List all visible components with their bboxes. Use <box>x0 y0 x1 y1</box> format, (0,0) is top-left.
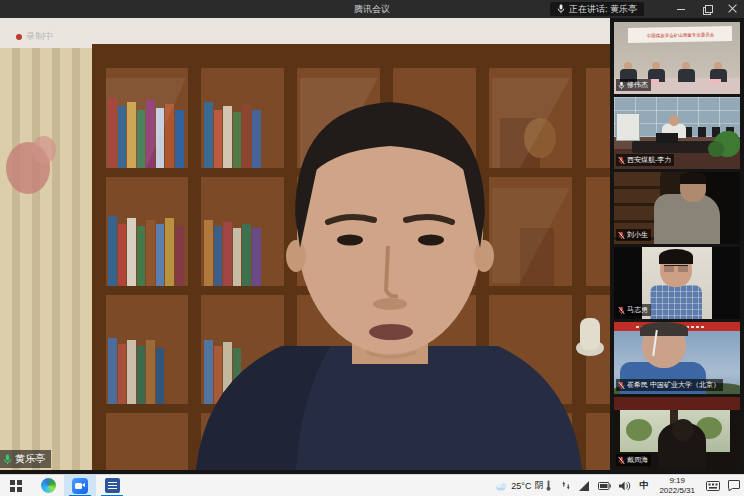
tray-time: 9:19 <box>669 476 685 485</box>
participant-video-4[interactable]: 马志勇 <box>614 247 740 319</box>
tray-date: 2022/5/31 <box>659 486 695 495</box>
participant-name-pill: 西安煤航-李力 <box>616 154 674 166</box>
weather-cloud-icon <box>495 481 508 491</box>
participant-video-1[interactable]: 中国煤炭学会矿山测量专业委员会 修伟杰 <box>614 22 740 94</box>
edge-icon <box>41 478 56 493</box>
attendee-shirt <box>650 285 702 319</box>
plant <box>708 141 724 157</box>
attendee <box>654 194 720 244</box>
thermometer-icon <box>546 480 551 491</box>
whiteboard <box>616 113 640 141</box>
taskbar-app-word[interactable] <box>96 475 128 496</box>
speaker-name-label: 黄乐亭 <box>0 450 51 468</box>
updown-arrows-icon[interactable] <box>561 480 571 491</box>
mic-muted-icon <box>618 456 625 465</box>
taskbar-app-edge[interactable] <box>32 475 64 496</box>
attendee-hair <box>680 172 706 184</box>
speaking-text: 正在讲话: 黄乐亭 <box>569 3 637 16</box>
mic-muted-icon <box>618 381 625 390</box>
weather-widget[interactable]: 25°C 阴 <box>493 479 553 492</box>
tree <box>626 419 652 441</box>
participant-video-5[interactable]: 崔希民 中国矿业大学（北京） <box>614 322 740 394</box>
mic-icon <box>618 81 625 90</box>
battery-icon[interactable] <box>598 482 611 490</box>
tencent-meeting-icon <box>72 478 88 494</box>
start-button[interactable] <box>0 475 32 496</box>
glasses <box>664 265 688 272</box>
minimize-button[interactable] <box>676 4 686 14</box>
weather-temp: 25°C <box>511 481 531 491</box>
network-signal-icon[interactable] <box>579 481 590 491</box>
room-banner: 中国煤炭学会矿山测量专业委员会 <box>628 26 732 43</box>
participant-name-pill: 戴周海 <box>616 454 651 466</box>
participant-video-2[interactable]: 西安煤航-李力 <box>614 97 740 169</box>
participant-video-6[interactable]: 戴周海 <box>614 397 740 469</box>
attendee-head <box>672 419 694 441</box>
curtain <box>0 48 100 470</box>
action-center-icon[interactable] <box>728 480 740 491</box>
weather-condition: 阴 <box>534 479 543 492</box>
participant-name-pill: 修伟杰 <box>616 79 651 91</box>
titlebar: 腾讯会议 正在讲话: 黄乐亭 <box>0 0 744 18</box>
windows-taskbar: 25°C 阴 中 9:19 2022/ <box>0 474 744 496</box>
attendee-hair <box>659 249 693 264</box>
mic-active-icon <box>3 454 12 465</box>
close-button[interactable] <box>728 4 738 14</box>
volume-icon[interactable] <box>619 481 631 491</box>
taskbar-app-tencent-meeting[interactable] <box>64 475 96 496</box>
speaking-indicator: 正在讲话: 黄乐亭 <box>550 2 644 16</box>
touch-keyboard-icon[interactable] <box>706 481 720 491</box>
participant-name-pill: 马志勇 <box>616 304 651 316</box>
attendee-hair <box>640 322 688 336</box>
attendee-head <box>669 115 679 126</box>
main-video-feed[interactable]: 录制中 黄乐亭 <box>0 18 610 474</box>
ime-indicator[interactable]: 中 <box>639 479 648 492</box>
windows-logo-icon <box>10 480 22 492</box>
recording-label: 录制中 <box>26 30 53 43</box>
participant-name-pill: 刘小生 <box>616 229 651 241</box>
record-dot-icon <box>16 34 22 40</box>
tencent-meeting-window: 腾讯会议 正在讲话: 黄乐亭 <box>0 0 744 474</box>
ceiling-beam <box>614 397 740 410</box>
speaker-name-text: 黄乐亭 <box>15 452 45 466</box>
main-video-scene <box>0 18 610 470</box>
laptop <box>656 133 678 143</box>
participant-video-3[interactable]: 刘小生 <box>614 172 740 244</box>
attendee <box>678 62 695 82</box>
recording-indicator: 录制中 <box>16 30 53 43</box>
word-icon <box>105 478 120 493</box>
mic-muted-icon <box>618 231 625 240</box>
mic-muted-icon <box>618 156 625 165</box>
participant-name-pill: 崔希民 中国矿业大学（北京） <box>616 379 723 391</box>
name-card <box>710 79 721 84</box>
restore-button[interactable] <box>702 4 712 14</box>
mic-icon <box>557 4 565 14</box>
participant-sidebar: 中国煤炭学会矿山测量专业委员会 修伟杰 <box>610 18 744 474</box>
mic-muted-icon <box>618 306 625 315</box>
taskbar-clock[interactable]: 9:19 2022/5/31 <box>656 476 698 494</box>
